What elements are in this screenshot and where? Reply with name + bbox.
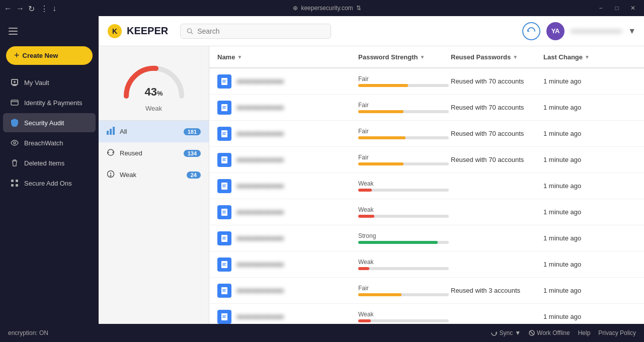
minimize-btn[interactable]: − <box>594 3 608 13</box>
svg-rect-48 <box>222 315 226 316</box>
grid-icon <box>10 179 19 188</box>
refresh-icon[interactable]: ↻ <box>28 4 36 12</box>
strength-bar-bg <box>358 293 449 296</box>
record-icon <box>217 284 231 298</box>
col-header-reused[interactable]: Reused Passwords ▼ <box>451 53 543 61</box>
dropdown-icon[interactable]: ▼ <box>628 27 636 36</box>
record-icon <box>217 101 231 115</box>
record-name-cell: ●●●●●●●●●●●● <box>217 231 358 245</box>
svg-rect-21 <box>222 80 226 80</box>
record-name-cell: ●●●●●●●●●●●● <box>217 101 358 115</box>
col-header-name[interactable]: Name ▼ <box>217 53 358 61</box>
col-header-lastchange[interactable]: Last Change ▼ <box>543 53 636 61</box>
maximize-btn[interactable]: □ <box>610 3 624 13</box>
audit-panel: 43% Weak All <box>99 46 209 324</box>
record-icon <box>217 179 231 193</box>
app: + Create New My Vault <box>0 16 644 324</box>
footer: encryption: ON Sync ▼ Work Offline Help … <box>0 324 644 342</box>
record-name-cell: ●●●●●●●●●●●● <box>217 74 358 89</box>
svg-rect-1 <box>9 31 18 32</box>
reused-icon <box>107 148 115 158</box>
audit-score: 43% Weak <box>99 46 209 121</box>
table-row[interactable]: ●●●●●●●●●●●● Fair Reused with 3 accounts… <box>209 278 644 304</box>
strength-cell: Weak <box>358 206 451 218</box>
table-row[interactable]: ●●●●●●●●●●●● Strong 1 minute ago <box>209 225 644 251</box>
header-right: YA ●●●●●●●●●●●●● ▼ <box>522 22 636 40</box>
strength-bar <box>358 84 408 87</box>
lastchange-cell: 1 minute ago <box>543 182 636 190</box>
back-icon[interactable]: ← <box>4 4 12 12</box>
reused-cell: Reused with 70 accounts <box>451 130 543 137</box>
svg-rect-28 <box>222 133 225 134</box>
strength-bar <box>358 319 371 322</box>
filter-weak[interactable]: Weak 24 <box>99 164 209 186</box>
work-offline-button[interactable]: Work Offline <box>529 329 570 336</box>
lastchange-cell: 1 minute ago <box>543 77 636 85</box>
reused-cell: Reused with 70 accounts <box>451 104 543 111</box>
filter-all[interactable]: All 181 <box>99 121 209 142</box>
table-row[interactable]: ●●●●●●●●●●●● Weak 1 minute ago <box>209 304 644 324</box>
strength-bar <box>358 241 438 244</box>
avatar[interactable]: YA <box>546 22 565 40</box>
forward-icon[interactable]: → <box>16 4 24 12</box>
sidebar-item-security-audit[interactable]: Security Audit <box>3 113 96 132</box>
sidebar-item-secure-addons[interactable]: Secure Add Ons <box>3 174 96 193</box>
card-icon <box>10 98 19 107</box>
svg-rect-32 <box>222 160 226 161</box>
table-row[interactable]: ●●●●●●●●●●●● Fair Reused with 70 account… <box>209 147 644 173</box>
sidebar-item-identity-payments[interactable]: Identity & Payments <box>3 93 96 112</box>
strength-label: Weak <box>358 206 451 213</box>
close-btn[interactable]: ✕ <box>626 3 640 13</box>
privacy-policy-button[interactable]: Privacy Policy <box>598 329 636 336</box>
svg-rect-22 <box>222 81 225 81</box>
shield-icon <box>10 118 19 127</box>
svg-rect-2 <box>9 34 18 35</box>
url-actions: ⇅ <box>356 5 361 12</box>
strength-label: Fair <box>358 128 451 135</box>
sidebar-item-deleted-items[interactable]: Deleted Items <box>3 153 96 173</box>
svg-rect-44 <box>222 265 226 266</box>
table-row[interactable]: ●●●●●●●●●●●● Fair Reused with 70 account… <box>209 68 644 95</box>
svg-rect-9 <box>11 184 14 187</box>
create-new-button[interactable]: + Create New <box>6 46 93 65</box>
strength-cell: Strong <box>358 232 451 244</box>
table-row[interactable]: ●●●●●●●●●●●● Weak 1 minute ago <box>209 199 644 225</box>
svg-point-3 <box>14 81 16 83</box>
records-area: Name ▼ Password Strength ▼ Reused Passwo… <box>209 46 644 324</box>
search-box[interactable] <box>180 24 331 39</box>
svg-line-14 <box>191 32 193 34</box>
lastchange-cell: 1 minute ago <box>543 313 636 320</box>
svg-rect-0 <box>9 28 18 29</box>
titlebar: ← → ↻ ⋮ ↓ ⊕ keepersecurity.com ⇅ − □ ✕ <box>0 0 644 16</box>
filter-reused[interactable]: Reused 134 <box>99 142 209 164</box>
table-row[interactable]: ●●●●●●●●●●●● Weak 1 minute ago <box>209 251 644 278</box>
svg-rect-38 <box>222 213 226 213</box>
record-icon <box>217 127 231 141</box>
strength-label: Weak <box>358 311 451 318</box>
nav-icon[interactable]: ⋮ <box>40 4 48 12</box>
sidebar-item-breachwatch[interactable]: BreachWatch <box>3 133 96 152</box>
reused-cell: Reused with 3 accounts <box>451 287 543 294</box>
table-row[interactable]: ●●●●●●●●●●●● Fair Reused with 70 account… <box>209 95 644 121</box>
menu-button[interactable] <box>4 22 22 40</box>
strength-label: Weak <box>358 259 451 266</box>
svg-rect-43 <box>222 264 225 265</box>
encryption-status: encryption: ON <box>8 329 48 336</box>
sync-button[interactable]: Sync ▼ <box>491 329 521 336</box>
strength-bar <box>358 293 401 296</box>
svg-rect-15 <box>107 131 109 135</box>
main-area: K KEEPER YA ●●●●●●●●●● <box>99 16 644 324</box>
reused-badge: 134 <box>184 150 201 157</box>
strength-label: Fair <box>358 102 451 109</box>
download-icon[interactable]: ↓ <box>52 4 60 12</box>
search-input[interactable] <box>197 27 325 35</box>
strength-label: Weak <box>358 180 451 187</box>
help-button[interactable]: Help <box>578 329 591 336</box>
table-row[interactable]: ●●●●●●●●●●●● Weak 1 minute ago <box>209 173 644 199</box>
table-row[interactable]: ●●●●●●●●●●●● Fair Reused with 70 account… <box>209 121 644 147</box>
record-icon <box>217 74 231 89</box>
svg-rect-34 <box>222 186 225 186</box>
col-header-strength[interactable]: Password Strength ▼ <box>358 53 451 61</box>
sidebar-item-my-vault[interactable]: My Vault <box>3 73 96 92</box>
sync-status-icon[interactable] <box>522 22 540 40</box>
